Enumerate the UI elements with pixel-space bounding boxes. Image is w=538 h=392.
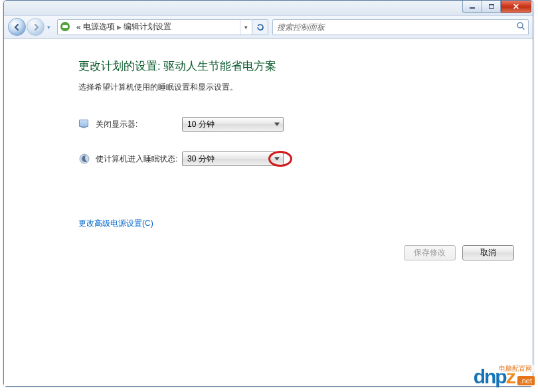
address-dropdown[interactable]: ▾ [240,20,252,35]
display-off-dropdown[interactable]: 10 分钟 [182,117,284,132]
breadcrumb-prefix: « [76,23,81,32]
window-buttons: ✕ [462,1,531,14]
refresh-icon [256,23,265,32]
history-dropdown[interactable]: ▾ [44,22,53,33]
breadcrumb: « 电源选项 ▶ 编辑计划设置 [74,20,174,35]
back-arrow-icon [13,23,21,31]
search-box[interactable] [272,19,529,35]
maximize-button[interactable] [482,1,501,13]
sleep-value: 30 分钟 [187,153,215,165]
back-button[interactable] [8,18,26,36]
minimize-icon [470,7,475,9]
titlebar: ✕ [4,1,533,16]
display-off-label: 关闭显示器: [96,119,182,130]
display-off-value: 10 分钟 [187,119,215,130]
chevron-down-icon [274,157,280,161]
advanced-settings-link[interactable]: 更改高级电源设置(C) [78,218,153,229]
annotation-circle [268,151,292,167]
svg-line-1 [522,27,525,30]
search-icon[interactable] [513,21,528,33]
refresh-button[interactable] [252,19,268,35]
close-icon: ✕ [513,2,519,11]
save-button: 保存修改 [404,245,456,260]
forward-button[interactable] [27,18,45,36]
minimize-button[interactable] [462,1,482,13]
monitor-icon [78,118,90,130]
forward-arrow-icon [32,23,40,31]
row-sleep: 使计算机进入睡眠状态: 30 分钟 [78,151,533,166]
maximize-icon [489,4,494,9]
nav-row: ▾ « 电源选项 ▶ 编辑计划设置 ▾ [4,16,533,39]
svg-point-0 [517,23,523,28]
search-input[interactable] [273,23,513,32]
window-frame: ✕ ▾ « 电源选项 ▶ 编辑计划设置 [3,0,533,387]
cancel-button[interactable]: 取消 [462,245,514,260]
power-options-icon [60,22,71,33]
button-row: 保存修改 取消 [404,245,514,260]
chevron-right-icon: ▶ [117,24,122,31]
moon-icon [78,153,90,165]
nav-history: ▾ [8,18,53,36]
page-title: 更改计划的设置: 驱动人生节能省电方案 [78,59,533,74]
row-display-off: 关闭显示器: 10 分钟 [78,117,533,132]
sleep-label: 使计算机进入睡眠状态: [96,153,182,165]
breadcrumb-item-edit[interactable]: 编辑计划设置 [124,21,171,33]
chevron-down-icon [274,123,280,126]
watermark: 电脑配置网 dnpz .net [474,365,535,388]
watermark-brand-left: dn [474,365,495,387]
watermark-tld: .net [517,376,535,385]
address-bar[interactable]: « 电源选项 ▶ 编辑计划设置 ▾ [57,19,252,35]
watermark-cn: 电脑配置网 [497,364,533,373]
breadcrumb-item-power[interactable]: 电源选项 [83,21,115,33]
page-description: 选择希望计算机使用的睡眠设置和显示设置。 [78,82,533,93]
content-area: 更改计划的设置: 驱动人生节能省电方案 选择希望计算机使用的睡眠设置和显示设置。… [4,39,533,386]
close-button[interactable]: ✕ [501,1,531,13]
sleep-dropdown[interactable]: 30 分钟 [182,151,284,166]
